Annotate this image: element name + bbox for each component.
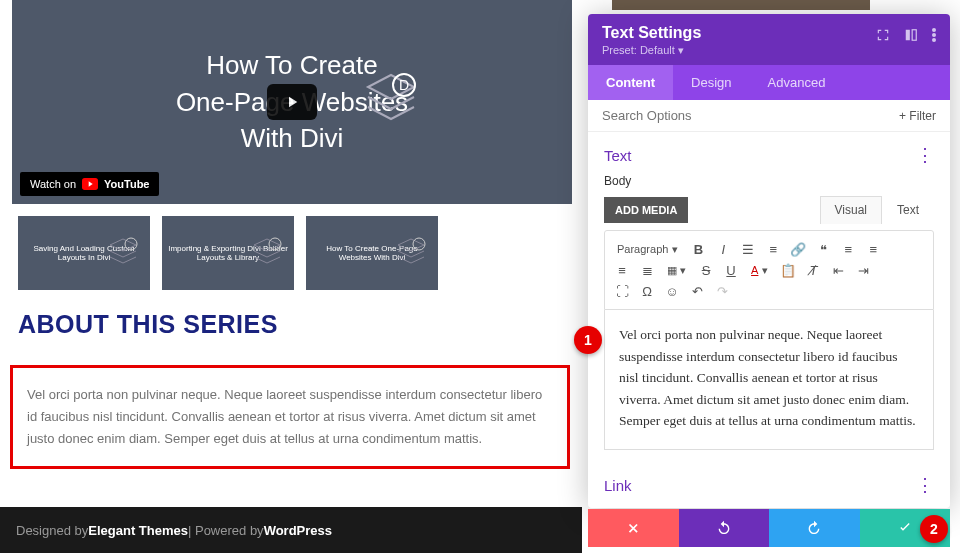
strikethrough-icon[interactable]: S bbox=[697, 261, 715, 279]
section-more-icon[interactable]: ⋮ bbox=[916, 144, 934, 166]
tab-design[interactable]: Design bbox=[673, 65, 749, 100]
indent-icon[interactable]: ⇥ bbox=[854, 261, 872, 279]
svg-point-5 bbox=[413, 238, 425, 250]
editor-textarea[interactable]: Vel orci porta non pulvinar neque. Neque… bbox=[604, 310, 934, 450]
emoji-icon[interactable]: ☺ bbox=[663, 282, 681, 300]
snap-icon[interactable] bbox=[904, 28, 918, 42]
outdent-icon[interactable]: ⇤ bbox=[829, 261, 847, 279]
page-preview: How To Create One-Page Websites With Div… bbox=[0, 0, 582, 469]
body-label: Body bbox=[604, 174, 934, 188]
panel-title: Text Settings bbox=[602, 24, 701, 42]
divi-logo-icon: D bbox=[360, 69, 422, 135]
preset-selector[interactable]: Preset: Default ▾ bbox=[602, 44, 701, 57]
watch-on-youtube[interactable]: Watch on YouTube bbox=[20, 172, 159, 196]
more-icon[interactable] bbox=[932, 28, 936, 42]
panel-tabs: Content Design Advanced bbox=[588, 65, 950, 100]
thumbnail[interactable]: How To Create One-Page Websites With Div… bbox=[306, 216, 438, 290]
play-button[interactable] bbox=[267, 84, 317, 120]
search-input[interactable] bbox=[602, 108, 899, 123]
quote-icon[interactable]: ❝ bbox=[814, 240, 832, 258]
panel-action-bar bbox=[588, 509, 950, 547]
text-color-icon[interactable]: A ▾ bbox=[747, 262, 772, 279]
settings-panel: Text Settings Preset: Default ▾ Content … bbox=[588, 14, 950, 508]
paste-icon[interactable]: 📋 bbox=[779, 261, 797, 279]
svg-point-9 bbox=[932, 33, 936, 37]
svg-rect-6 bbox=[906, 30, 910, 41]
header-image-strip bbox=[612, 0, 870, 10]
svg-point-10 bbox=[932, 38, 936, 42]
table-icon[interactable]: ▦ ▾ bbox=[663, 262, 690, 279]
underline-icon[interactable]: U bbox=[722, 261, 740, 279]
text-section: Text ⋮ Body ADD MEDIA Visual Text Paragr… bbox=[588, 132, 950, 462]
section-more-icon[interactable]: ⋮ bbox=[916, 474, 934, 496]
tab-advanced[interactable]: Advanced bbox=[750, 65, 844, 100]
link-section: Link ⋮ bbox=[588, 462, 950, 508]
redo-button[interactable] bbox=[769, 509, 860, 547]
editor-toolbar: Paragraph ▾ B I ☰ ≡ 🔗 ❝ ≡ ≡ ≡ ≣ ▦ ▾ S U … bbox=[604, 230, 934, 310]
undo-icon[interactable]: ↶ bbox=[688, 282, 706, 300]
thumbnail[interactable]: Saving And Loading Custom Layouts In Div… bbox=[18, 216, 150, 290]
svg-point-3 bbox=[125, 238, 137, 250]
add-media-button[interactable]: ADD MEDIA bbox=[604, 197, 688, 223]
youtube-label: YouTube bbox=[104, 178, 149, 190]
footer-text: | Powered by bbox=[188, 523, 264, 538]
selected-text-module[interactable]: Vel orci porta non pulvinar neque. Neque… bbox=[10, 365, 570, 469]
ol-icon[interactable]: ≡ bbox=[764, 240, 782, 258]
svg-point-8 bbox=[932, 28, 936, 32]
fullscreen-icon[interactable]: ⛶ bbox=[613, 282, 631, 300]
justify-icon[interactable]: ≣ bbox=[638, 261, 656, 279]
visual-tab[interactable]: Visual bbox=[820, 196, 882, 224]
focus-icon[interactable] bbox=[876, 28, 890, 42]
callout-1: 1 bbox=[574, 326, 602, 354]
align-right-icon[interactable]: ≡ bbox=[864, 240, 882, 258]
special-char-icon[interactable]: Ω bbox=[638, 282, 656, 300]
video-thumbnails: Saving And Loading Custom Layouts In Div… bbox=[18, 216, 582, 290]
tab-content[interactable]: Content bbox=[588, 65, 673, 100]
callout-2: 2 bbox=[920, 515, 948, 543]
thumbnail[interactable]: Importing & Exporting Divi Builder Layou… bbox=[162, 216, 294, 290]
link-icon[interactable]: 🔗 bbox=[789, 240, 807, 258]
svg-rect-7 bbox=[912, 30, 916, 41]
youtube-icon bbox=[82, 178, 98, 190]
align-center-icon[interactable]: ≡ bbox=[613, 261, 631, 279]
search-row: + Filter bbox=[588, 100, 950, 132]
cancel-button[interactable] bbox=[588, 509, 679, 547]
ul-icon[interactable]: ☰ bbox=[739, 240, 757, 258]
filter-button[interactable]: + Filter bbox=[899, 109, 936, 123]
undo-button[interactable] bbox=[679, 509, 770, 547]
site-footer: Designed by Elegant Themes | Powered by … bbox=[0, 507, 582, 553]
svg-point-4 bbox=[269, 238, 281, 250]
watch-label: Watch on bbox=[30, 178, 76, 190]
bold-icon[interactable]: B bbox=[689, 240, 707, 258]
clear-format-icon[interactable]: T̸ bbox=[804, 261, 822, 279]
footer-platform-link[interactable]: WordPress bbox=[264, 523, 332, 538]
divi-icon bbox=[394, 235, 428, 271]
series-heading: ABOUT THIS SERIES bbox=[18, 310, 582, 339]
divi-icon bbox=[250, 235, 284, 271]
redo-icon[interactable]: ↷ bbox=[713, 282, 731, 300]
svg-text:D: D bbox=[399, 77, 409, 93]
section-title[interactable]: Text bbox=[604, 147, 632, 164]
align-left-icon[interactable]: ≡ bbox=[839, 240, 857, 258]
text-tab[interactable]: Text bbox=[882, 196, 934, 224]
footer-text: Designed by bbox=[16, 523, 88, 538]
divi-icon bbox=[106, 235, 140, 271]
main-video[interactable]: How To Create One-Page Websites With Div… bbox=[12, 0, 572, 204]
paragraph-select[interactable]: Paragraph ▾ bbox=[613, 241, 682, 258]
panel-header[interactable]: Text Settings Preset: Default ▾ bbox=[588, 14, 950, 65]
footer-theme-link[interactable]: Elegant Themes bbox=[88, 523, 188, 538]
italic-icon[interactable]: I bbox=[714, 240, 732, 258]
section-title[interactable]: Link bbox=[604, 477, 632, 494]
